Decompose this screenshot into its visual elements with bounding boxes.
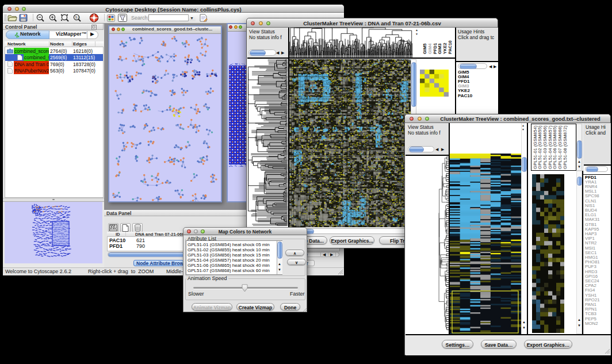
svg-text:1:1: 1:1 xyxy=(75,16,80,19)
